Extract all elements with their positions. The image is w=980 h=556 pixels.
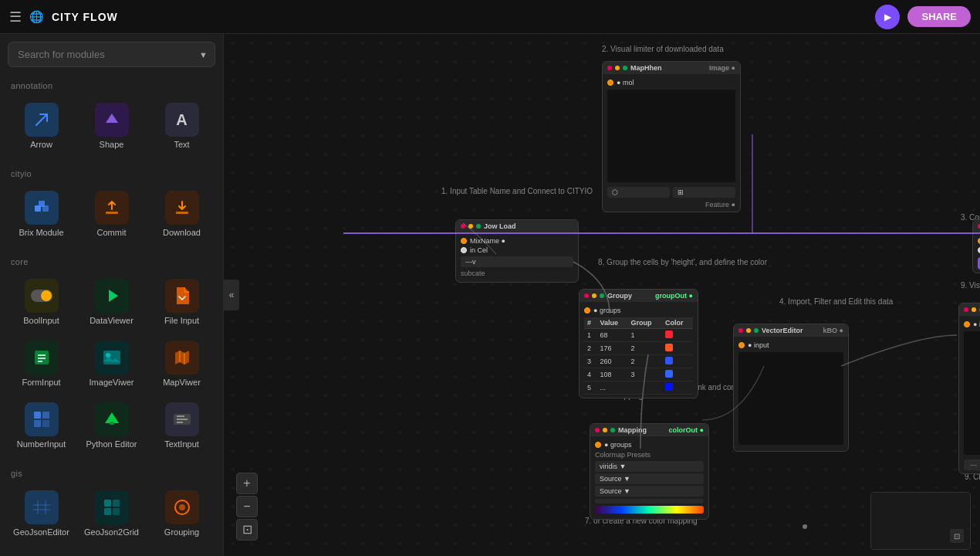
groupy-body: ● groups # Value Group Color 1 68 xyxy=(580,302,698,398)
svg-rect-16 xyxy=(42,412,49,419)
geojsoneditor-icon xyxy=(32,497,52,517)
mapnhen-controls: ⬡ ⊞ xyxy=(607,185,735,199)
zoom-out-button[interactable]: − xyxy=(236,496,258,517)
module-geojson2grid[interactable]: GeoJson2Grid xyxy=(78,484,145,543)
module-boolinput[interactable]: BoolInput xyxy=(8,273,75,331)
cell-idx-1: 1 xyxy=(584,329,597,342)
ve-dot-yellow xyxy=(746,328,751,333)
module-mapviewer[interactable]: MapViwer xyxy=(148,334,215,393)
col-color: Color xyxy=(662,317,693,329)
svg-rect-9 xyxy=(35,351,49,364)
module-numberinput[interactable]: NumberInput xyxy=(8,396,75,455)
module-forminput[interactable]: FormInput xyxy=(8,334,75,393)
module-fileinput[interactable]: File Input xyxy=(148,273,215,331)
numberinput-icon xyxy=(32,409,52,429)
groupy-table-header-row: # Value Group Color xyxy=(584,317,693,329)
geojson2grid-icon-box xyxy=(95,490,129,524)
mapnhen-ctrl1[interactable]: ⬡ xyxy=(607,187,670,198)
jow-dropdown[interactable]: ---v xyxy=(461,256,573,267)
grouping-icon-box xyxy=(165,490,199,524)
section-core-grid: BoolInput DataViewer Fil xyxy=(0,270,223,463)
fileinput-icon-box xyxy=(165,279,199,313)
mapping-row1: ● groups xyxy=(595,441,704,449)
ve-body: ● input xyxy=(734,337,848,451)
lmv-body: ● input --- ▼ Source ▼ xyxy=(959,316,980,473)
mapping-title: Mapping xyxy=(618,426,666,434)
module-brix-module[interactable]: Brix Module xyxy=(8,185,75,243)
svg-rect-13 xyxy=(103,351,120,364)
mapnhen-node[interactable]: MapHhen Image ● ● mol ⬡ ⊞ Feature ● xyxy=(602,61,741,212)
cell-idx-3: 3 xyxy=(584,355,597,368)
jow-load-node[interactable]: Jow Load MixName ● in Cel ---v subcate xyxy=(455,219,579,283)
download-icon xyxy=(173,198,191,217)
collapse-icon: « xyxy=(229,290,235,300)
mapnhen-image: Image ● xyxy=(709,64,735,72)
mapping-preset-select[interactable]: viridis ▼ xyxy=(595,461,704,472)
jow-port1 xyxy=(461,238,467,244)
collapse-sidebar-button[interactable]: « xyxy=(224,280,239,310)
module-arrow[interactable]: Arrow xyxy=(8,97,75,155)
menu-icon[interactable]: ☰ xyxy=(9,8,22,25)
geojson2grid-label: GeoJson2Grid xyxy=(84,527,139,537)
module-text[interactable]: A Text xyxy=(148,97,215,155)
fileinput-label: File Input xyxy=(164,316,199,325)
module-grouping[interactable]: Grouping xyxy=(148,484,215,543)
lmv-ctrl1[interactable]: --- ▼ xyxy=(964,459,980,470)
module-pythoneditor[interactable]: Python Editor xyxy=(78,396,145,455)
fit-view-button[interactable]: ⊡ xyxy=(236,519,258,541)
step4-label: 4. Import, Filter and Edit this data xyxy=(779,297,893,306)
commit-node[interactable]: Commit MixName ● input 1 OPEN CITYSCOPE.… xyxy=(972,219,980,273)
search-input[interactable] xyxy=(8,42,215,67)
groupy-dot-yellow xyxy=(592,293,596,298)
textinput-label: TextInput xyxy=(164,439,199,449)
mapping-body: ● groups Colormap Presets viridis ▼ Sour… xyxy=(590,436,708,519)
jow-load-row1: MixName ● xyxy=(461,237,573,245)
zoom-in-button[interactable]: + xyxy=(236,473,258,494)
lmv-port1 xyxy=(964,321,970,327)
download-icon-box xyxy=(165,191,199,225)
mapping-slider[interactable] xyxy=(595,499,704,503)
text-icon-box: A xyxy=(165,103,199,137)
shape-icon-box xyxy=(95,103,129,137)
pythoneditor-icon-box xyxy=(95,402,129,436)
groupy-node[interactable]: Groupy groupOut ● ● groups # Value Group xyxy=(579,289,698,398)
vectoreditor-node[interactable]: VectorEditor kBO ● ● input xyxy=(733,324,849,452)
cell-color-5 xyxy=(662,381,693,395)
arrow-icon xyxy=(32,110,51,129)
play-button[interactable]: ▶ xyxy=(875,5,900,29)
mapping-order[interactable]: Source ▼ xyxy=(595,486,704,497)
step1-label: 1. Input Table Name and Connect to CITYI… xyxy=(441,187,593,195)
cursor-indicator xyxy=(803,524,807,529)
imageviewer-label: ImageViwer xyxy=(90,378,134,387)
col-index: # xyxy=(584,317,597,329)
section-annotation-label: annotation xyxy=(0,75,223,93)
commit-header: Commit xyxy=(973,220,980,232)
imageviewer-icon-box xyxy=(95,341,129,375)
mapnhen-footer: Feature ● xyxy=(607,199,735,208)
mapping-blend[interactable]: Source ▼ xyxy=(595,473,704,484)
numberinput-icon-box xyxy=(25,402,59,436)
boolinput-icon-box xyxy=(25,279,59,313)
module-download[interactable]: Download xyxy=(148,185,215,243)
jow-label1: MixName ● xyxy=(470,237,505,245)
large-mapviewer-node[interactable]: MapViewer image ● ● input --- ▼ Source ▼ xyxy=(958,303,980,474)
mapnhen-ctrl2[interactable]: ⊞ xyxy=(673,187,735,198)
module-geojsoneditor[interactable]: GeoJsonEditor xyxy=(8,484,75,543)
module-imageviewer[interactable]: ImageViwer xyxy=(78,334,145,393)
module-dataviewer[interactable]: DataViewer xyxy=(78,273,145,331)
mapnhen-display xyxy=(607,90,735,182)
module-textinput[interactable]: TextInput xyxy=(148,396,215,455)
col-group: Group xyxy=(628,317,662,329)
module-shape[interactable]: Shape xyxy=(78,97,145,155)
share-button[interactable]: SHARE xyxy=(907,6,971,27)
pythoneditor-label: Python Editor xyxy=(86,439,137,449)
cell-idx-2: 2 xyxy=(584,342,597,355)
boolinput-icon xyxy=(31,290,52,302)
cell-grp-2: 2 xyxy=(628,342,662,355)
forminput-icon xyxy=(32,348,51,367)
mapping-node[interactable]: Mapping colorOut ● ● groups Colormap Pre… xyxy=(590,423,709,520)
dataviewer-icon xyxy=(103,286,121,305)
canvas-area[interactable]: « 2. Visual limiter of downloaded data 1… xyxy=(224,34,980,556)
cell-grp-5 xyxy=(628,381,662,395)
module-commit[interactable]: Commit xyxy=(78,185,145,243)
